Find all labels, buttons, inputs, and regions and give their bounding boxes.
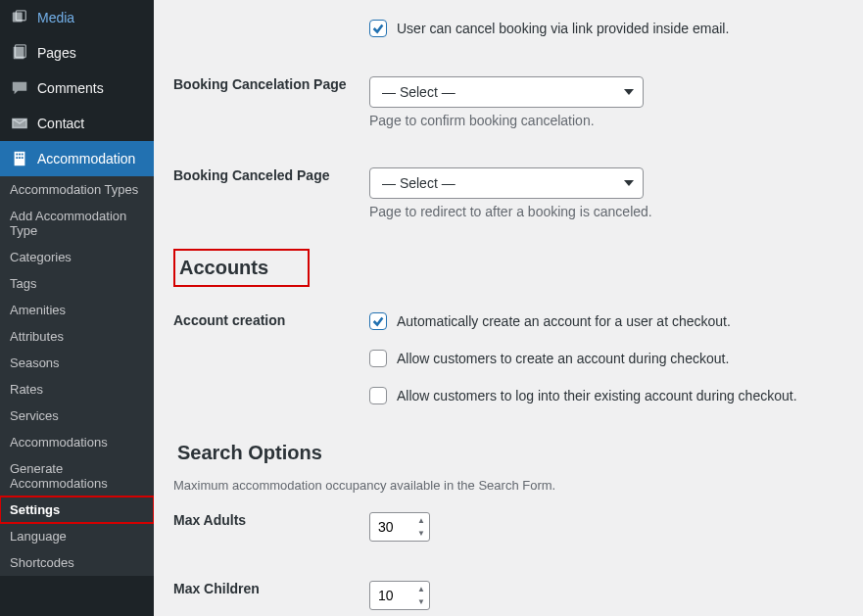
checkbox-icon[interactable] <box>369 20 387 37</box>
checkbox-label: Allow customers to log into their existi… <box>397 388 797 403</box>
menu-label: Comments <box>37 80 104 96</box>
stepper: ▲ ▼ <box>414 514 428 540</box>
canceled-page-select[interactable]: — Select — <box>369 167 644 199</box>
submenu-item-amenities[interactable]: Amenities <box>0 297 154 323</box>
comments-icon <box>10 78 29 98</box>
cancel-link-option[interactable]: User can cancel booking via link provide… <box>369 20 834 37</box>
step-up[interactable]: ▲ <box>414 514 428 527</box>
max-adults-label: Max Adults <box>173 493 369 561</box>
menu-label: Accommodation <box>37 151 135 166</box>
stepper: ▲ ▼ <box>414 583 428 608</box>
menu-comments[interactable]: Comments <box>0 71 154 106</box>
allow-login-option[interactable]: Allow customers to log into their existi… <box>369 387 834 404</box>
checkbox-label: User can cancel booking via link provide… <box>397 21 729 36</box>
pages-icon <box>10 43 29 63</box>
svg-rect-7 <box>19 154 21 156</box>
menu-label: Media <box>37 10 74 25</box>
accounts-heading: Accounts <box>173 249 310 287</box>
menu-pages[interactable]: Pages <box>0 35 154 71</box>
accommodation-submenu: Accommodation TypesAdd Accommodation Typ… <box>0 176 154 576</box>
submenu-item-shortcodes[interactable]: Shortcodes <box>0 549 154 576</box>
menu-contact[interactable]: Contact <box>0 106 154 141</box>
cancel-page-select[interactable]: — Select — <box>369 76 644 108</box>
checkbox-label: Automatically create an account for a us… <box>397 313 731 329</box>
submenu-item-add-accommodation-type[interactable]: Add Accommodation Type <box>0 203 154 244</box>
search-options-heading: Search Options <box>173 434 843 472</box>
svg-rect-4 <box>13 119 26 128</box>
svg-rect-10 <box>19 157 21 159</box>
checkbox-icon[interactable] <box>369 350 387 367</box>
menu-label: Contact <box>37 116 84 131</box>
media-icon <box>10 8 29 27</box>
menu-media[interactable]: Media <box>0 0 154 35</box>
submenu-item-generate-accommodations[interactable]: Generate Accommodations <box>0 455 154 497</box>
cancel-page-note: Page to confirm booking cancelation. <box>369 113 834 128</box>
svg-rect-6 <box>16 154 18 156</box>
svg-rect-9 <box>16 157 18 159</box>
menu-label: Pages <box>37 45 76 61</box>
step-up[interactable]: ▲ <box>414 583 428 595</box>
checkbox-icon[interactable] <box>369 387 387 404</box>
account-creation-label: Account creation <box>173 293 369 424</box>
submenu-item-seasons[interactable]: Seasons <box>0 350 154 376</box>
svg-rect-11 <box>22 157 24 159</box>
contact-icon <box>10 114 29 133</box>
accommodation-icon <box>10 149 29 168</box>
submenu-item-services[interactable]: Services <box>0 403 154 429</box>
svg-rect-8 <box>22 154 24 156</box>
submenu-item-attributes[interactable]: Attributes <box>0 323 154 350</box>
allow-create-option[interactable]: Allow customers to create an account dur… <box>369 350 834 367</box>
canceled-page-label: Booking Canceled Page <box>173 148 369 239</box>
max-children-label: Max Children <box>173 561 369 616</box>
submenu-item-tags[interactable]: Tags <box>0 270 154 297</box>
submenu-item-language[interactable]: Language <box>0 523 154 549</box>
search-options-desc: Maximum accommodation occupancy availabl… <box>173 478 843 493</box>
settings-content: User can cancel booking via link provide… <box>154 0 863 616</box>
step-down[interactable]: ▼ <box>414 595 428 608</box>
submenu-item-accommodation-types[interactable]: Accommodation Types <box>0 176 154 203</box>
checkbox-label: Allow customers to create an account dur… <box>397 351 729 366</box>
menu-accommodation[interactable]: Accommodation <box>0 141 154 176</box>
step-down[interactable]: ▼ <box>414 527 428 540</box>
cancel-page-label: Booking Cancelation Page <box>173 57 369 148</box>
submenu-item-settings[interactable]: Settings <box>0 497 154 523</box>
submenu-item-rates[interactable]: Rates <box>0 376 154 403</box>
submenu-item-accommodations[interactable]: Accommodations <box>0 429 154 455</box>
canceled-page-note: Page to redirect to after a booking is c… <box>369 204 834 219</box>
admin-sidebar: Media Pages Comments Contact Accommodati <box>0 0 154 616</box>
checkbox-icon[interactable] <box>369 312 387 330</box>
submenu-item-categories[interactable]: Categories <box>0 244 154 270</box>
auto-create-option[interactable]: Automatically create an account for a us… <box>369 312 834 330</box>
